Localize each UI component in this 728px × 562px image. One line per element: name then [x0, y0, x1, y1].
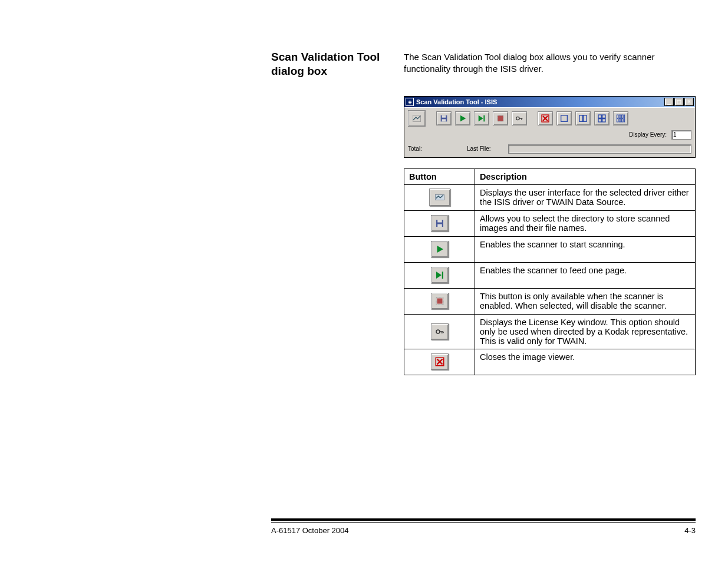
play-button[interactable] — [455, 111, 470, 125]
svg-rect-23 — [621, 115, 623, 118]
close-button[interactable]: × — [684, 98, 694, 106]
footer-right: 4-3 — [684, 526, 696, 535]
close-viewer-button[interactable] — [538, 111, 553, 125]
svg-rect-37 — [437, 299, 442, 304]
svg-rect-31 — [437, 220, 442, 223]
key-icon — [431, 323, 449, 340]
svg-marker-4 — [460, 115, 466, 121]
svg-rect-35 — [442, 272, 443, 279]
svg-rect-32 — [437, 224, 442, 227]
driver-ui-button[interactable] — [408, 110, 426, 127]
svg-point-38 — [436, 330, 440, 333]
button-description-table: Button Description Displays the user int… — [404, 168, 696, 375]
app-icon: ◈ — [406, 98, 414, 106]
svg-rect-14 — [561, 115, 568, 121]
svg-point-8 — [516, 117, 519, 120]
svg-rect-2 — [442, 115, 446, 117]
table-row: Enables the scanner to start scanning. — [404, 236, 696, 262]
save-icon — [431, 215, 449, 232]
svg-rect-17 — [598, 115, 601, 118]
close-x-icon — [431, 353, 449, 370]
table-row: Displays the user interface for the sele… — [404, 184, 696, 210]
table-row: Allows you to select the directory to st… — [404, 210, 696, 236]
step-icon — [431, 267, 449, 283]
table-cell-desc: Displays the user interface for the sele… — [475, 184, 696, 210]
svg-rect-27 — [621, 118, 623, 121]
view-2up-button[interactable] — [575, 111, 591, 125]
key-button[interactable] — [512, 111, 527, 125]
toolbar — [404, 107, 695, 128]
stop-button[interactable] — [493, 111, 508, 125]
svg-rect-28 — [624, 118, 624, 121]
svg-rect-21 — [617, 115, 618, 118]
table-cell-desc: Closes the image viewer. — [475, 349, 696, 375]
maximize-button[interactable]: □ — [674, 98, 684, 106]
table-cell-desc: Allows you to select the directory to st… — [475, 210, 696, 236]
svg-rect-24 — [624, 115, 624, 118]
svg-rect-22 — [619, 115, 621, 118]
display-every-label: Display Every: — [629, 131, 667, 138]
intro-paragraph: The Scan Validation Tool dialog box allo… — [404, 50, 696, 78]
last-file-label: Last File: — [467, 146, 502, 152]
table-header-button: Button — [404, 168, 475, 184]
dialog-screenshot: ◈ Scan Validation Tool - ISIS _ □ × — [404, 96, 696, 158]
table-row: This button is only available when the s… — [404, 288, 696, 314]
svg-marker-33 — [437, 246, 443, 253]
svg-rect-18 — [602, 115, 605, 118]
last-file-field — [508, 144, 691, 154]
svg-rect-16 — [584, 115, 587, 121]
svg-marker-5 — [479, 115, 483, 121]
table-row: Closes the image viewer. — [404, 349, 696, 375]
table-row: Displays the License Key window. This op… — [404, 314, 696, 349]
play-icon — [431, 241, 449, 257]
save-button[interactable] — [436, 111, 452, 125]
svg-rect-6 — [483, 115, 485, 121]
svg-rect-7 — [498, 115, 503, 121]
table-cell-desc: This button is only available when the s… — [475, 288, 696, 314]
table-cell-desc: Enables the scanner to start scanning. — [475, 236, 696, 262]
display-every-input[interactable] — [671, 130, 691, 140]
view-4up-button[interactable] — [594, 111, 610, 125]
page-footer: A-61517 October 2004 4-3 — [271, 518, 696, 535]
view-1up-button[interactable] — [556, 111, 572, 125]
svg-rect-19 — [598, 118, 601, 121]
titlebar: ◈ Scan Validation Tool - ISIS _ □ × — [404, 97, 695, 107]
step-button[interactable] — [474, 111, 489, 125]
stop-icon — [431, 293, 449, 309]
table-header-description: Description — [475, 168, 696, 184]
svg-rect-25 — [617, 118, 618, 121]
svg-rect-15 — [579, 115, 582, 121]
minimize-button[interactable]: _ — [664, 98, 674, 106]
svg-rect-26 — [619, 118, 621, 121]
svg-marker-34 — [436, 272, 442, 279]
table-cell-desc: Displays the License Key window. This op… — [475, 314, 696, 349]
view-8up-button[interactable] — [613, 111, 628, 125]
window-title: Scan Validation Tool - ISIS — [416, 98, 664, 105]
total-label: Total: — [408, 146, 461, 152]
svg-rect-20 — [602, 118, 605, 121]
driver-ui-icon — [429, 189, 450, 206]
footer-left: A-61517 October 2004 — [271, 526, 349, 535]
svg-rect-3 — [442, 119, 446, 121]
table-cell-desc: Enables the scanner to feed one page. — [475, 262, 696, 288]
section-heading: Scan Validation Tool dialog box — [271, 50, 380, 78]
table-row: Enables the scanner to feed one page. — [404, 262, 696, 288]
